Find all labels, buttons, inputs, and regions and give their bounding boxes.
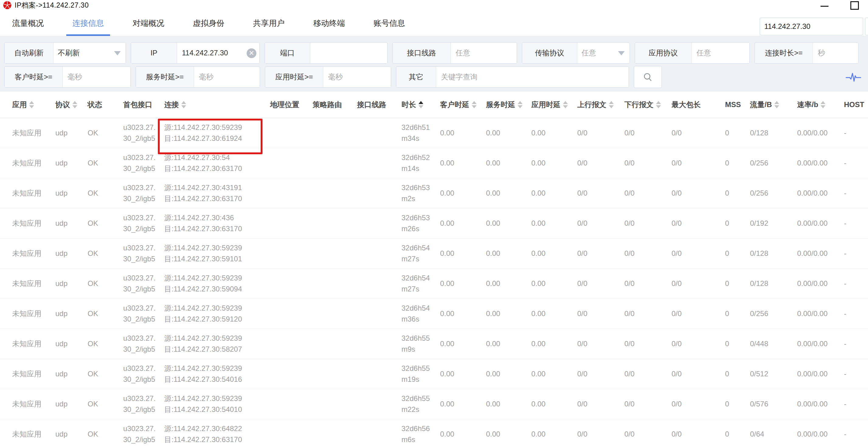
cell-status: OK [88,159,123,167]
cell-first-packet-interface: u3023.27.30_2/igb5 [123,303,164,325]
cell-duration: 32d6h51m34s [401,122,440,144]
sort-icon[interactable] [29,101,34,108]
conn-duration-input[interactable] [817,48,854,58]
tab-shared-users[interactable]: 共享用户 [249,10,289,36]
column-label: MSS [725,100,741,109]
cell-mss: 0 [725,400,750,408]
sort-ascending-active-icon[interactable] [418,101,423,108]
sort-icon[interactable] [472,101,476,108]
column-label: 应用 [12,100,27,110]
tab-bar: 流量概况 连接信息 对端概况 虚拟身份 共享用户 移动终端 账号信息 [0,10,868,36]
cell-traffic-b: 0/128 [750,279,797,288]
tab-connection-info[interactable]: 连接信息 [68,10,108,36]
column-header-geo-location: 地理位置 [270,100,313,110]
tab-traffic-overview[interactable]: 流量概况 [8,10,48,36]
column-header-rate-b[interactable]: 速率/b [797,100,844,110]
other-label: 其它 [396,67,436,87]
cell-status: OK [88,369,123,378]
column-header-protocol[interactable]: 协议 [55,100,88,110]
realtime-pulse-button[interactable] [845,71,861,83]
search-button[interactable] [634,66,662,88]
cell-max-packet-length: 0/0 [672,309,725,318]
port-label: 端口 [265,42,310,63]
cell-first-packet-interface: u3023.27.30_2/igb5 [123,122,164,144]
cell-rate-b: 0.00/0.00 [797,189,844,198]
sort-icon[interactable] [72,101,77,108]
column-label: 客户时延 [440,100,469,110]
cell-down-packets: 0/0 [624,129,672,137]
cell-down-packets: 0/0 [624,249,672,258]
sort-icon[interactable] [774,101,779,108]
interface-line-input[interactable] [455,48,513,58]
tab-account-info[interactable]: 账号信息 [369,10,409,36]
cell-host: - [844,189,868,198]
sort-icon[interactable] [656,101,661,108]
cell-server-delay: 0.00 [486,189,531,198]
column-header-server-delay[interactable]: 服务时延 [486,100,531,110]
column-header-up-packets[interactable]: 上行报文 [577,100,624,110]
cell-host: - [844,249,868,258]
column-header-down-packets[interactable]: 下行报文 [624,100,672,110]
auto-refresh-select[interactable]: 不刷新 [54,42,126,63]
cell-protocol: udp [55,159,88,167]
tab-mobile-terminal[interactable]: 移动终端 [309,10,349,36]
cell-duration: 32d6h53m26s [401,212,440,234]
app-delay-field-wrap [323,67,391,87]
cell-server-delay: 0.00 [486,219,531,228]
column-header-client-delay[interactable]: 客户时延 [440,100,486,110]
cell-down-packets: 0/0 [624,369,672,378]
cell-client-delay: 0.00 [440,339,486,348]
app-protocol-input[interactable] [696,48,745,58]
sort-icon[interactable] [820,101,826,108]
cell-server-delay: 0.00 [486,129,531,137]
filter-row-2: 客户时延>= 服务时延>= 应用时延>= 其它 [4,66,864,88]
cell-duration: 32d6h54m36s [401,303,440,325]
cell-max-packet-length: 0/0 [672,189,725,198]
cell-server-delay: 0.00 [486,159,531,167]
cell-up-packets: 0/0 [577,400,624,408]
column-label: 首包接口 [123,100,152,110]
cell-up-packets: 0/0 [577,369,624,378]
cell-server-delay: 0.00 [486,369,531,378]
cell-rate-b: 0.00/0.00 [797,400,844,408]
maximize-icon[interactable] [850,1,859,10]
column-label: 服务时延 [486,100,515,110]
clear-icon[interactable]: ✕ [247,48,256,58]
keyword-input[interactable] [440,72,624,82]
ip-input[interactable] [181,48,255,58]
transport-protocol-select[interactable]: 任意 [577,42,629,63]
port-input[interactable] [314,48,383,58]
sort-icon[interactable] [609,101,614,108]
table-row: 未知应用udpOKu3023.27.30_2/igb5源:114.242.27.… [0,329,868,359]
sort-icon[interactable] [518,101,523,108]
column-header-connection[interactable]: 连接 [164,100,270,110]
column-header-app-delay[interactable]: 应用时延 [531,100,577,110]
sort-icon[interactable] [563,101,568,108]
column-header-duration[interactable]: 时长 [401,100,440,110]
cell-down-packets: 0/0 [624,159,672,167]
table-row: 未知应用udpOKu3023.27.30_2/igb5源:114.242.27.… [0,269,868,299]
cell-app: 未知应用 [0,399,55,409]
column-label: 策略路由 [313,100,342,110]
cell-duration: 32d6h56m6s [401,423,440,445]
cell-traffic-b: 0/192 [750,219,797,228]
cell-traffic-b: 0/64 [750,430,797,438]
cell-app: 未知应用 [0,218,55,228]
column-header-app[interactable]: 应用 [0,100,55,110]
pulse-icon [845,71,861,83]
cell-traffic-b: 0/128 [750,249,797,258]
filter-app-delay: 应用时延>= [265,66,391,88]
server-delay-input[interactable] [198,72,255,82]
app-delay-input[interactable] [328,72,386,82]
client-delay-label: 客户时延>= [5,67,63,87]
minimize-icon[interactable] [820,2,829,9]
column-header-traffic-b[interactable]: 流量/B [750,100,797,110]
cell-rate-b: 0.00/0.00 [797,219,844,228]
cell-max-packet-length: 0/0 [672,339,725,348]
quick-search-input[interactable] [760,18,863,35]
tab-virtual-identity[interactable]: 虚拟身份 [189,10,229,36]
cell-duration: 32d6h53m2s [401,182,440,204]
client-delay-input[interactable] [67,72,126,82]
sort-icon[interactable] [181,101,186,108]
tab-peer-overview[interactable]: 对端概况 [128,10,168,36]
